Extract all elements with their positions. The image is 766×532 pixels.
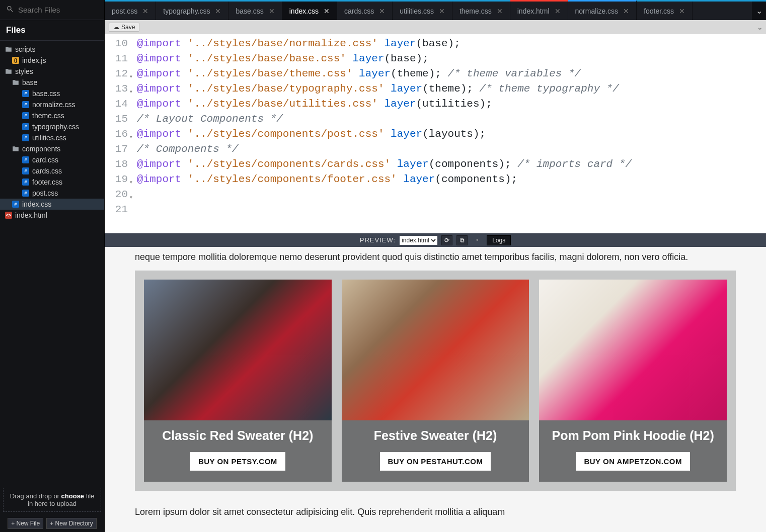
css-file-icon: # (22, 101, 29, 108)
folder-icon (5, 68, 12, 75)
css-file-icon: # (22, 179, 29, 186)
folder-styles[interactable]: styles (0, 66, 104, 77)
file-index.html[interactable]: <>index.html (0, 210, 104, 221)
close-icon[interactable]: ✕ (324, 7, 330, 15)
tab-post.css[interactable]: post.css✕ (105, 2, 156, 20)
preview-file-select[interactable]: index.html (400, 236, 437, 245)
tab-label: theme.css (459, 7, 492, 15)
code-editor[interactable]: 101112131415161718192021 @import '../sty… (105, 34, 766, 233)
tree-item-label: scripts (15, 45, 35, 53)
file-index.css[interactable]: #index.css (0, 199, 104, 210)
tab-typography.css[interactable]: typography.css✕ (156, 2, 228, 20)
buy-button[interactable]: BUY ON AMPETZON.COM (576, 452, 690, 471)
preview-content: neque tempore mollitia doloremque nemo d… (105, 247, 766, 532)
open-external-icon[interactable]: ⧉ (456, 235, 468, 245)
dropzone-text: Drag and drop or (10, 492, 61, 500)
card-title: Classic Red Sweater (H2) (150, 428, 326, 443)
folder-icon (5, 46, 12, 53)
tab-normalize.css[interactable]: normalize.css✕ (568, 0, 637, 20)
tab-label: typography.css (163, 7, 210, 15)
close-icon[interactable]: ✕ (623, 7, 629, 15)
cards-container: Classic Red Sweater (H2)BUY ON PETSY.COM… (135, 271, 736, 491)
preview-label: PREVIEW: (360, 236, 396, 244)
tab-base.css[interactable]: base.css✕ (228, 2, 282, 20)
refresh-icon[interactable]: ⟳ (441, 235, 452, 245)
close-icon[interactable]: ✕ (269, 7, 275, 15)
html-file-icon: <> (5, 212, 12, 219)
folder-icon (12, 145, 19, 152)
dropzone-choose-link[interactable]: choose (61, 492, 85, 500)
close-icon[interactable]: ✕ (497, 7, 503, 15)
css-file-icon: # (22, 156, 29, 163)
tab-utilities.css[interactable]: utilities.css✕ (393, 2, 452, 20)
tree-item-label: index.js (22, 56, 46, 64)
folder-icon (12, 79, 19, 86)
card-body: Pom Pom Pink Hoodie (H2)BUY ON AMPETZON.… (539, 420, 727, 482)
css-file-icon: # (22, 90, 29, 97)
folder-components[interactable]: components (0, 143, 104, 154)
save-button[interactable]: ☁ Save (109, 23, 139, 32)
css-file-icon: # (22, 112, 29, 119)
sidebar-bottom-buttons: + New File + New Directory (0, 515, 104, 532)
file-card.css[interactable]: #card.css (0, 154, 104, 165)
tab-theme.css[interactable]: theme.css✕ (452, 2, 510, 20)
file-cards.css[interactable]: #cards.css (0, 165, 104, 176)
logs-button[interactable]: Logs (487, 235, 511, 245)
file-utilities.css[interactable]: #utilities.css (0, 132, 104, 143)
file-footer.css[interactable]: #footer.css (0, 176, 104, 188)
tree-item-label: theme.css (32, 112, 64, 120)
tab-index.css[interactable]: index.css✕ (282, 2, 337, 20)
tab-label: base.css (236, 7, 263, 15)
card-image (539, 280, 727, 420)
tab-index.html[interactable]: index.html✕ (510, 0, 568, 20)
tree-item-label: normalize.css (32, 101, 75, 109)
buy-button[interactable]: BUY ON PESTAHUT.COM (380, 452, 491, 471)
dropzone[interactable]: Drag and drop or choose file in here to … (3, 488, 101, 512)
css-file-icon: # (22, 123, 29, 130)
close-icon[interactable]: ✕ (379, 7, 385, 15)
file-post.css[interactable]: #post.css (0, 188, 104, 199)
close-icon[interactable]: ✕ (439, 7, 445, 15)
search-input[interactable] (18, 6, 98, 14)
preview-pane[interactable]: neque tempore mollitia doloremque nemo d… (105, 247, 766, 532)
tab-label: index.html (517, 7, 550, 15)
main: post.css✕typography.css✕base.css✕index.c… (105, 0, 766, 532)
tab-overflow-button[interactable]: ⌄ (752, 2, 766, 20)
file-theme.css[interactable]: #theme.css (0, 110, 104, 121)
tree-item-label: components (22, 145, 60, 153)
tree-item-label: styles (15, 67, 33, 75)
file-base.css[interactable]: #base.css (0, 88, 104, 99)
tree-item-label: typography.css (32, 123, 79, 131)
tree-item-label: base.css (32, 90, 60, 98)
tab-cards.css[interactable]: cards.css✕ (337, 2, 393, 20)
file-index.js[interactable]: ()index.js (0, 55, 104, 66)
close-icon[interactable]: ✕ (679, 7, 685, 15)
card-image (342, 280, 529, 420)
close-icon[interactable]: ✕ (555, 7, 561, 15)
card-image (144, 280, 332, 420)
tab-label: normalize.css (575, 7, 619, 15)
new-directory-button[interactable]: + New Directory (46, 518, 97, 529)
tree-item-label: utilities.css (32, 134, 66, 142)
editor-toolbar: ☁ Save ⌄ (105, 20, 766, 34)
new-file-button[interactable]: + New File (8, 518, 43, 529)
file-typography.css[interactable]: #typography.css (0, 121, 104, 132)
close-icon[interactable]: ✕ (142, 7, 148, 15)
tab-label: footer.css (644, 7, 674, 15)
card-body: Classic Red Sweater (H2)BUY ON PETSY.COM (144, 420, 332, 482)
tab-label: post.css (112, 7, 137, 15)
tab-bar: post.css✕typography.css✕base.css✕index.c… (105, 0, 766, 20)
tab-footer.css[interactable]: footer.css✕ (637, 2, 693, 20)
close-icon[interactable]: ✕ (215, 7, 221, 15)
buy-button[interactable]: BUY ON PETSY.COM (190, 452, 285, 471)
tab-label: index.css (289, 7, 319, 15)
folder-scripts[interactable]: scripts (0, 44, 104, 55)
code-content[interactable]: @import '../styles/base/normalize.css' l… (132, 34, 637, 233)
file-normalize.css[interactable]: #normalize.css (0, 99, 104, 110)
product-card: Pom Pom Pink Hoodie (H2)BUY ON AMPETZON.… (539, 280, 727, 482)
card-body: Festive Sweater (H2)BUY ON PESTAHUT.COM (342, 420, 529, 482)
card-title: Pom Pom Pink Hoodie (H2) (545, 428, 721, 443)
tab-label: cards.css (344, 7, 374, 15)
toolbar-chevron-icon[interactable]: ⌄ (757, 23, 763, 31)
folder-base[interactable]: base (0, 77, 104, 88)
